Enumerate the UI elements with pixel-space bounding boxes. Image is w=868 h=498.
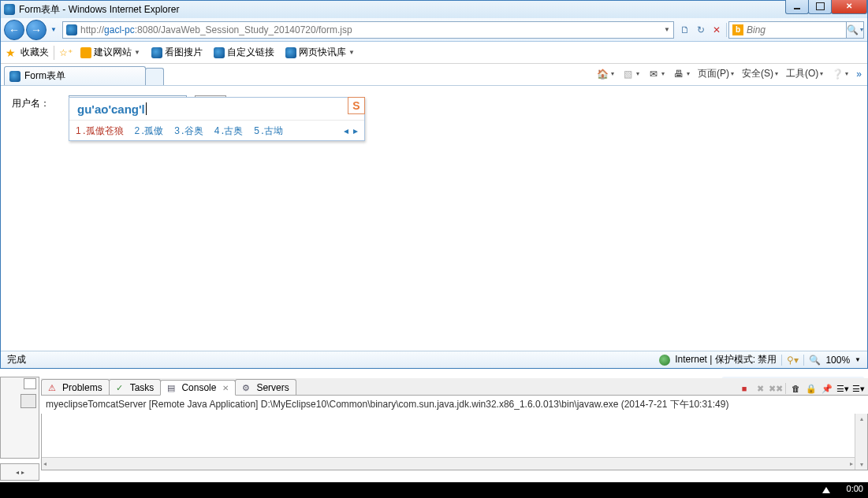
vertical-scrollbar[interactable]: ▴▾ — [855, 414, 867, 470]
fav-label: 网页快讯库 — [299, 46, 346, 59]
search-box[interactable]: b Bing — [728, 21, 847, 39]
tab-form[interactable]: Form表单 — [4, 66, 146, 85]
new-tab-button[interactable] — [145, 68, 164, 85]
ime-composition: gu'ao'cang'l — [77, 102, 145, 116]
menu-label: 页面(P) — [698, 67, 729, 80]
clear-console-button[interactable]: 🗑 — [789, 382, 802, 395]
tab-tasks[interactable]: Tasks — [109, 379, 162, 395]
pin-console-button[interactable]: 📌 — [821, 382, 833, 395]
status-bar: 完成 Internet | 保护模式: 禁用 ⚲▾ 🔍 100% ▼ — [1, 351, 867, 368]
sogou-logo-icon[interactable]: S — [348, 97, 365, 114]
print-button[interactable]: 🖶▾ — [670, 66, 692, 82]
refresh-button[interactable]: ↻ — [693, 22, 709, 38]
stop-button[interactable]: ✕ — [709, 22, 725, 38]
console-icon — [167, 382, 178, 393]
favorites-star-icon[interactable]: ★ — [6, 46, 16, 59]
zoom-dropdown[interactable]: ▼ — [855, 356, 861, 363]
eclipse-minimize-icon[interactable] — [24, 378, 36, 389]
display-console-button[interactable]: ☰▾ — [836, 382, 849, 395]
ime-cand-4[interactable]: 4.古奥 — [214, 124, 244, 138]
ime-composition-row: gu'ao'cang'l S — [69, 98, 364, 120]
separator — [785, 383, 786, 394]
tab-problems[interactable]: Problems — [41, 379, 110, 395]
menu-label: 安全(S) — [742, 67, 773, 80]
mail-button[interactable]: ✉▾ — [645, 66, 667, 82]
ime-cand-3[interactable]: 3.谷奥 — [174, 124, 203, 138]
horizontal-scrollbar[interactable]: ◂▸ — [42, 457, 855, 470]
tools-menu[interactable]: 工具(O)▾ — [784, 65, 825, 82]
address-bar[interactable]: http://gacl-pc:8080/JavaWeb_Session_Stud… — [62, 21, 674, 39]
page-icon — [66, 24, 77, 35]
add-favorite-icon[interactable]: ☆⁺ — [59, 47, 73, 58]
page-menu[interactable]: 页面(P)▾ — [695, 65, 736, 82]
nav-bar: ← → ▼ http://gacl-pc:8080/JavaWeb_Sessio… — [1, 18, 867, 42]
print-icon: 🖶 — [672, 68, 685, 80]
tab-bar: Form表单 🏠▾ ▧▾ ✉▾ 🖶▾ 页面(P)▾ 安全(S)▾ 工具(O)▾ … — [1, 64, 867, 86]
tab-servers[interactable]: Servers — [235, 379, 296, 395]
servers-icon — [242, 382, 253, 393]
ime-cand-5[interactable]: 5.古坳 — [254, 124, 283, 138]
ime-next-page[interactable]: ▸ — [353, 125, 358, 136]
maximize-button[interactable] — [808, 0, 832, 14]
fav-item-slices[interactable]: 网页快讯库▼ — [282, 44, 358, 61]
menu-label: 工具(O) — [786, 67, 818, 80]
eclipse-view-icon[interactable] — [20, 394, 36, 408]
close-button[interactable] — [831, 0, 867, 14]
compat-view-icon[interactable]: 🗋 — [677, 22, 693, 38]
fav-label: 建议网站 — [94, 46, 132, 59]
tab-console[interactable]: Console✕ — [160, 380, 236, 396]
ime-pager: ◂ ▸ — [344, 125, 358, 136]
url-host: gacl-pc — [104, 24, 135, 35]
windows-taskbar[interactable]: 0:00 — [0, 482, 868, 498]
fav-item-custom[interactable]: 自定义链接 — [210, 44, 278, 61]
text-cursor — [146, 102, 147, 115]
fav-item-suggested[interactable]: 建议网站▼ — [77, 44, 143, 61]
ie-window: Form表单 - Windows Internet Explorer ← → ▼… — [0, 0, 868, 369]
home-button[interactable]: 🏠▾ — [594, 66, 617, 82]
tab-title: Form表单 — [24, 69, 65, 83]
console-output[interactable]: ▴▾ ◂▸ — [41, 414, 868, 470]
separator — [781, 355, 782, 366]
url-dropdown-icon[interactable]: ▼ — [664, 26, 670, 33]
close-icon[interactable]: ✕ — [222, 384, 229, 392]
minimize-button[interactable] — [785, 0, 809, 14]
ime-cand-2[interactable]: 2.孤傲 — [135, 124, 164, 138]
safety-menu[interactable]: 安全(S)▾ — [739, 65, 780, 82]
command-bar: 🏠▾ ▧▾ ✉▾ 🖶▾ 页面(P)▾ 安全(S)▾ 工具(O)▾ ❔▾ » — [594, 65, 864, 85]
tab-label: Tasks — [130, 382, 155, 393]
url-text: http://gacl-pc:8080/JavaWeb_Session_Stud… — [80, 24, 661, 35]
ime-candidates: 1.孤傲苍狼 2.孤傲 3.谷奥 4.古奥 5.古坳 ◂ ▸ — [69, 120, 364, 140]
separator — [803, 355, 804, 366]
taskbar-clock[interactable]: 0:00 — [847, 484, 863, 493]
scroll-lock-button[interactable]: 🔒 — [805, 382, 818, 395]
tasks-icon — [116, 382, 127, 393]
ime-prev-page[interactable]: ◂ — [344, 125, 348, 136]
search-placeholder: Bing — [747, 24, 766, 35]
chevron-down-icon: ▼ — [348, 49, 355, 56]
forward-button[interactable]: → — [26, 20, 47, 40]
nav-history-dropdown[interactable]: ▼ — [48, 26, 59, 33]
zoom-icon[interactable]: 🔍 — [809, 355, 821, 366]
feeds-button[interactable]: ▧▾ — [620, 66, 642, 82]
tray-overflow-icon[interactable] — [822, 487, 830, 493]
zoom-value: 100% — [825, 355, 850, 366]
remove-all-button[interactable]: ✖✖ — [769, 382, 782, 395]
back-button[interactable]: ← — [4, 20, 24, 40]
favorites-label[interactable]: 收藏夹 — [20, 46, 49, 59]
search-button[interactable]: 🔍▾ — [847, 21, 864, 39]
protected-mode-icon[interactable]: ⚲▾ — [787, 355, 799, 366]
terminate-button[interactable]: ■ — [738, 382, 751, 395]
rss-icon: ▧ — [622, 68, 635, 80]
overflow-button[interactable]: » — [854, 67, 864, 81]
ie-icon — [285, 47, 296, 58]
remove-launch-button[interactable]: ✖ — [754, 382, 766, 395]
fav-item-image[interactable]: 看图搜片 — [148, 44, 206, 61]
username-label: 用户名： — [12, 97, 50, 110]
help-button[interactable]: ❔▾ — [829, 66, 851, 82]
fav-label: 看图搜片 — [165, 46, 203, 59]
ime-cand-1[interactable]: 1.孤傲苍狼 — [76, 124, 124, 138]
tab-label: Servers — [256, 382, 289, 393]
zone-text: Internet | 保护模式: 禁用 — [675, 353, 777, 366]
open-console-button[interactable]: ☰▾ — [852, 382, 865, 395]
fav-label: 自定义链接 — [227, 46, 274, 59]
